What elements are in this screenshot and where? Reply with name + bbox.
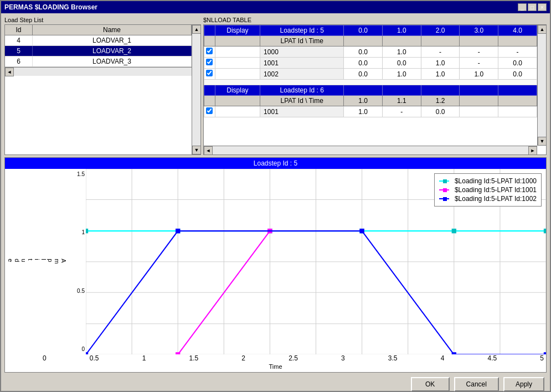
svg-rect-27	[176, 229, 180, 233]
chart-plot-area: Amplitude 0 0.5 1 1.5	[5, 169, 546, 354]
val-cell	[460, 106, 498, 117]
nlload-horizontal-scrollbar[interactable]: ◄ ►	[204, 146, 537, 154]
close-button[interactable]: ×	[538, 3, 547, 11]
scroll-up-button[interactable]: ▲	[192, 25, 201, 34]
legend-item: $Loading Id:5-LPAT Id:1001	[439, 186, 537, 194]
scroll-left-button[interactable]: ◄	[204, 146, 213, 155]
main-content: Load Step List Id Name 4 LOADVAR_1 5	[1, 13, 550, 392]
row-id: 5	[5, 46, 33, 56]
table-row[interactable]: 6 LOADVAR_3	[5, 56, 192, 67]
val-cell: -	[460, 47, 498, 58]
maximize-button[interactable]: □	[528, 3, 537, 11]
val-cell: 1.0	[460, 69, 498, 80]
scroll-right-button[interactable]: ►	[528, 146, 537, 155]
load-step-panel: Load Step List Id Name 4 LOADVAR_1 5	[4, 17, 201, 155]
val-cell: 0.0	[498, 58, 537, 69]
empty-td	[215, 69, 260, 80]
empty-cell	[215, 96, 260, 106]
ok-button[interactable]: OK	[411, 377, 450, 391]
val-cell: 0.0	[344, 69, 383, 80]
x-ticks: 0 0.5 1 1.5 2 2.5 3 3.5 4 4.5 5	[5, 354, 546, 363]
apply-button[interactable]: Apply	[503, 377, 544, 391]
display-header2: Display	[215, 85, 260, 96]
checkbox-cell[interactable]	[204, 69, 215, 80]
scroll-track-h	[213, 146, 528, 154]
svg-rect-30	[544, 352, 546, 354]
row-id: 4	[5, 35, 33, 45]
display-header: Display	[215, 25, 260, 36]
x-tick: 2	[241, 354, 245, 362]
col1-header: 1.0	[382, 25, 421, 36]
legend-item: $Loading Id:5-LPAT Id:1000	[439, 177, 537, 185]
x-tick: 2.5	[289, 354, 298, 362]
bottom-bar: OK Cancel Apply	[4, 375, 547, 392]
empty-cell	[204, 96, 215, 106]
checkbox-cell[interactable]	[204, 47, 215, 58]
val-cell: 0.0	[382, 58, 421, 69]
x-tick: 0	[43, 354, 47, 362]
row-checkbox[interactable]	[206, 59, 213, 65]
val-cell: 0.0	[498, 69, 537, 80]
table-row[interactable]: 4 LOADVAR_1	[5, 35, 192, 46]
vertical-scrollbar[interactable]: ▲ ▼	[192, 25, 200, 154]
val-cell: 0.0	[344, 58, 383, 69]
val-cell: 1.0	[382, 47, 421, 58]
nlload-vertical-scrollbar[interactable]: ▲ ▼	[537, 25, 546, 146]
svg-rect-22	[452, 229, 456, 233]
load-step-header: Id Name	[5, 25, 192, 35]
s2t2: 1.2	[421, 96, 460, 106]
legend-label: $Loading Id:5-LPAT Id:1001	[455, 186, 537, 194]
col0-header: 0.0	[344, 25, 383, 36]
x-tick: 3	[341, 354, 345, 362]
col3-header: 3.0	[460, 25, 498, 36]
table-row: 1001 1.0 - 0.0	[204, 106, 537, 117]
row-id: 6	[5, 56, 33, 66]
row-name: LOADVAR_1	[33, 35, 192, 45]
checkbox-cell[interactable]	[204, 106, 215, 117]
load-step-table-container: Id Name 4 LOADVAR_1 5 LOADVAR_2 6	[4, 24, 201, 155]
row-checkbox[interactable]	[206, 48, 213, 54]
empty-cell	[344, 36, 383, 47]
val-cell: 1.0	[382, 69, 421, 80]
chart-title: Loadstep Id : 5	[5, 158, 546, 169]
scroll-down-button[interactable]: ▼	[192, 146, 201, 154]
scroll-left-button[interactable]: ◄	[5, 68, 14, 76]
col2-header: 2.0	[421, 25, 460, 36]
nlload-table-container: Display Loadstep Id : 5 0.0 1.0 2.0 3.0 …	[203, 24, 547, 155]
title-bar: PERMAS $LOADING Browser _ □ ×	[1, 1, 550, 13]
scroll-down-button[interactable]: ▼	[538, 137, 547, 146]
minimize-button[interactable]: _	[518, 3, 527, 11]
s2col2	[421, 85, 460, 96]
s2col4	[498, 85, 537, 96]
checkbox-cell[interactable]	[204, 58, 215, 69]
row-checkbox[interactable]	[206, 107, 213, 114]
svg-rect-23	[544, 229, 546, 233]
s2t1: 1.1	[382, 96, 421, 106]
empty-td	[215, 58, 260, 69]
empty-cell	[204, 85, 215, 96]
y-axis-label: Amplitude	[5, 169, 69, 354]
legend-label: $Loading Id:5-LPAT Id:1000	[455, 177, 537, 185]
legend-label: $Loading Id:5-LPAT Id:1002	[455, 195, 537, 203]
x-tick: 1	[142, 354, 146, 362]
table-row: 1001 0.0 0.0 1.0 - 0.0	[204, 58, 537, 69]
lpat-id: 1001	[260, 106, 344, 117]
val-cell: 1.0	[421, 58, 460, 69]
empty-td	[215, 106, 260, 117]
x-axis-label: Time	[5, 363, 546, 372]
col-id: Id	[5, 25, 33, 35]
y-tick: 1	[69, 229, 86, 235]
row-checkbox[interactable]	[206, 70, 213, 76]
empty-cell	[460, 96, 498, 106]
cancel-button[interactable]: Cancel	[454, 377, 499, 391]
x-tick: 4	[441, 354, 445, 362]
horizontal-scrollbar[interactable]: ◄ ►	[5, 67, 200, 76]
y-tick: 0	[69, 346, 86, 352]
scroll-up-button[interactable]: ▲	[538, 25, 547, 34]
lpat-id: 1001	[260, 58, 344, 69]
load-step-label: Load Step List	[4, 17, 201, 23]
table-row[interactable]: 5 LOADVAR_2	[5, 46, 192, 56]
val-cell: -	[498, 47, 537, 58]
empty-cell	[498, 96, 537, 106]
val-cell: -	[421, 47, 460, 58]
